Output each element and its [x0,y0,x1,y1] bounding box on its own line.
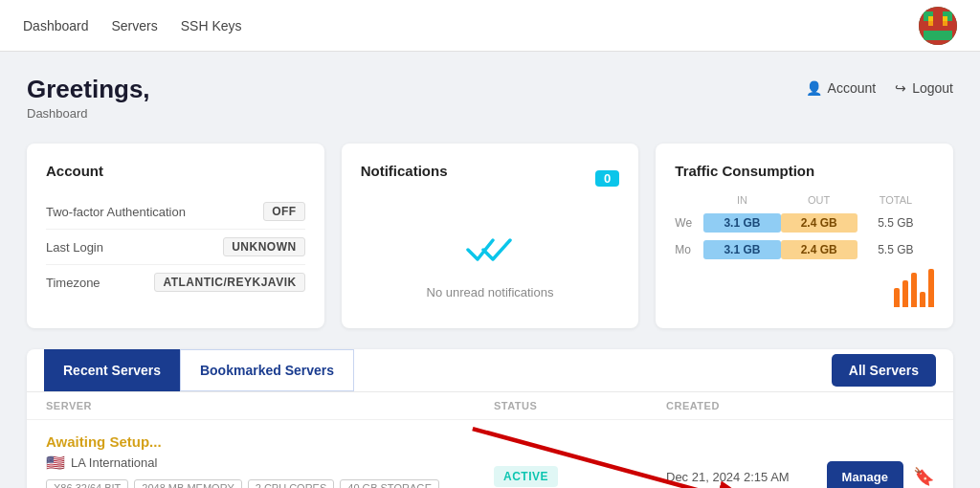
server-tag: 2048 MB MEMORY [134,479,241,488]
greeting-title: Greetings, [27,75,150,104]
notif-badge: 0 [595,170,619,187]
avatar[interactable] [919,7,957,45]
page-header: Greetings, Dashboard 👤 Account ↪ Logout [27,75,953,121]
traffic-out: 2.4 GB [781,240,858,259]
tab-bookmarked-servers[interactable]: Bookmarked Servers [180,349,354,391]
logout-icon: ↪ [895,80,906,96]
bookmark-icon[interactable]: 🔖 [913,466,934,487]
traffic-chart [675,269,934,307]
svg-rect-4 [943,21,947,26]
svg-rect-7 [943,16,947,21]
nav-dashboard[interactable]: Dashboard [23,18,89,33]
chart-bar [902,280,908,307]
servers-section: Recent Servers Bookmarked Servers All Se… [27,349,953,488]
tab-recent-servers[interactable]: Recent Servers [44,349,180,391]
server-list-header: SERVER STATUS CREATED [27,392,953,419]
account-row-label: Two-factor Authentication [46,205,186,219]
tabs-group: Recent Servers Bookmarked Servers [44,349,354,391]
table-row: Awaiting Setup... 🇺🇸 LA International X8… [27,419,953,488]
server-actions: Manage 🔖 [877,461,934,489]
svg-rect-6 [928,16,933,21]
server-tag: X86 32/64 BIT [46,479,128,488]
traffic-total: 5.5 GB [858,243,934,256]
header-actions: 👤 Account ↪ Logout [806,80,953,96]
nav-links: Dashboard Servers SSH Keys [23,18,242,33]
greeting-section: Greetings, Dashboard [27,75,150,121]
chart-bar [894,288,900,307]
traffic-row: We 3.1 GB 2.4 GB 5.5 GB [675,213,934,233]
nav-servers[interactable]: Servers [112,18,158,33]
account-row: Two-factor Authentication OFF [46,194,305,230]
logout-button[interactable]: ↪ Logout [895,80,953,96]
account-button[interactable]: 👤 Account [806,80,877,96]
traffic-rows: We 3.1 GB 2.4 GB 5.5 GB Mo 3.1 GB 2.4 GB… [675,213,934,259]
main-content: Greetings, Dashboard 👤 Account ↪ Logout … [0,52,980,488]
traffic-day: We [675,216,703,230]
person-icon: 👤 [806,80,822,96]
traffic-header: IN OUT TOTAL [675,194,934,206]
svg-rect-5 [924,31,952,40]
server-info: Awaiting Setup... 🇺🇸 LA International X8… [46,433,494,488]
servers-tabs-row: Recent Servers Bookmarked Servers All Se… [27,349,953,392]
all-servers-button[interactable]: All Servers [832,354,936,387]
flag-icon: 🇺🇸 [46,454,65,472]
traffic-total: 5.5 GB [858,216,934,230]
cards-row: Account Two-factor Authentication OFF La… [27,144,953,328]
traffic-card: Traffic Consumption IN OUT TOTAL We 3.1 … [656,144,953,328]
account-card: Account Two-factor Authentication OFF La… [27,144,324,328]
notif-header-row: Notifications 0 [361,163,620,194]
account-row: Timezone ATLANTIC/REYKJAVIK [46,265,305,299]
account-row-label: Last Login [46,240,103,255]
notif-card-title: Notifications [361,163,448,179]
account-row-label: Timezone [46,276,100,290]
traffic-in: 3.1 GB [703,240,780,259]
notifications-card: Notifications 0 No unread notifications [342,144,639,328]
navbar: Dashboard Servers SSH Keys [0,0,980,52]
notif-empty-text: No unread notifications [427,285,554,299]
manage-button[interactable]: Manage [827,461,903,489]
server-date: Dec 21, 2024 2:15 AM [666,470,790,484]
svg-rect-3 [928,21,933,26]
server-status-cell: ACTIVE [494,466,666,487]
traffic-day: Mo [675,243,703,256]
status-badge: ACTIVE [494,466,558,487]
traffic-card-title: Traffic Consumption [675,163,934,179]
traffic-in: 3.1 GB [703,213,780,233]
server-location: 🇺🇸 LA International [46,454,494,472]
notif-empty-state: No unread notifications [361,213,620,309]
server-tag: 40 GB STORAGE [340,479,439,488]
server-tag: 2 CPU CORES [248,479,335,488]
account-rows: Two-factor Authentication OFF Last Login… [46,194,305,299]
account-row: Last Login UNKNOWN [46,230,305,265]
greeting-subtitle: Dashboard [27,106,150,121]
account-row-value: OFF [263,202,305,221]
traffic-row: Mo 3.1 GB 2.4 GB 5.5 GB [675,240,934,259]
traffic-out: 2.4 GB [781,213,858,233]
chart-bar [920,292,925,307]
check-icon [466,233,514,276]
server-tags: X86 32/64 BIT2048 MB MEMORY2 CPU CORES40… [46,479,494,488]
nav-ssh-keys[interactable]: SSH Keys [181,18,242,33]
account-row-value: ATLANTIC/REYKJAVIK [154,273,304,292]
chart-bar [911,273,917,307]
account-row-value: UNKNOWN [223,237,305,256]
chart-bar [928,269,934,307]
account-card-title: Account [46,163,305,179]
server-name: Awaiting Setup... [46,433,494,450]
